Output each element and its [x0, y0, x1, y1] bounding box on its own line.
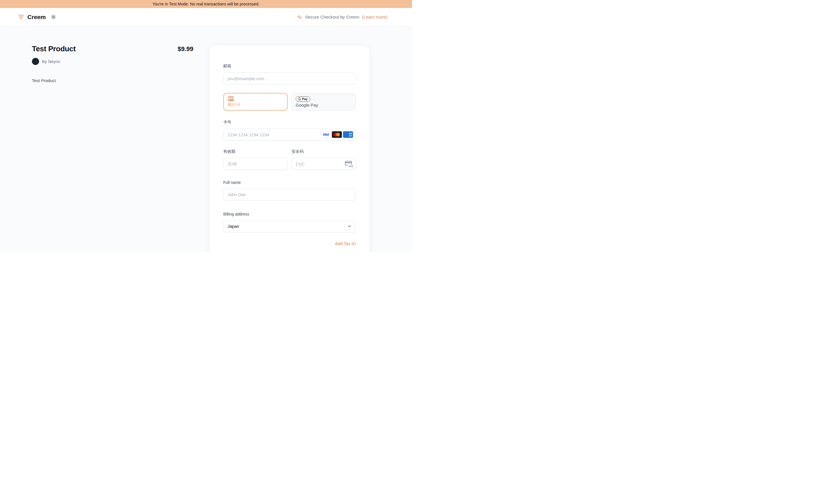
cvc-card-icon: 123 [345, 161, 353, 167]
expiry-input[interactable] [223, 158, 288, 170]
visa-icon: VISA [321, 131, 331, 138]
learn-more-link[interactable]: (Learn more) [362, 14, 388, 20]
payment-method-card-label: 银行卡 [228, 102, 241, 107]
google-g-icon [298, 97, 301, 101]
brand-name: Creem [27, 14, 45, 20]
billing-address-label: Billing address [223, 212, 356, 216]
credit-card-icon [228, 96, 234, 101]
test-mode-text: You're in Test Mode. No real transaction… [152, 2, 260, 6]
cvc-input-wrap: 123 [292, 158, 356, 170]
amex-icon: AM EX [343, 131, 353, 138]
seller-row: By Neyric [32, 58, 193, 65]
gpay-badge-text: Pay [302, 97, 308, 101]
product-head: Test Product $9.99 [32, 44, 193, 53]
seller-avatar [32, 58, 39, 65]
sun-icon [51, 14, 56, 20]
visa-icon-text: VISA [323, 133, 329, 136]
product-summary: Test Product $9.99 By Neyric Test Produc… [32, 44, 193, 83]
test-mode-banner: You're in Test Mode. No real transaction… [0, 0, 412, 8]
country-select[interactable]: Japan [223, 220, 356, 232]
payment-method-selector: 银行卡 Pay Google Pay [223, 93, 356, 111]
gpay-badge: Pay [296, 96, 310, 102]
payment-method-googlepay-label: Google Pay [296, 103, 318, 107]
cvc-label: 安全码 [292, 149, 356, 154]
product-price: $9.99 [178, 45, 193, 53]
add-tax-id-link[interactable]: Add Tax ID [335, 241, 356, 246]
header: Creem Secure Checkout by Creem (Learn mo… [0, 8, 412, 26]
billing-address-group: Billing address Japan [223, 212, 356, 232]
full-name-label: Full name [223, 180, 356, 185]
card-brand-icons: VISA AM EX [321, 131, 353, 138]
card-number-group: 卡号 VISA AM EX [223, 120, 356, 140]
cvc-field-group: 安全码 123 [292, 149, 356, 170]
payment-method-googlepay-button[interactable]: Pay Google Pay [291, 93, 356, 111]
payment-method-card-button[interactable]: 银行卡 [223, 93, 288, 111]
secure-checkout-text: Secure Checkout by Creem [305, 14, 359, 20]
creem-triangle-logo-icon [18, 14, 24, 20]
expiry-cvc-row: 有效期 安全码 123 [223, 149, 356, 170]
product-title: Test Product [32, 44, 76, 53]
full-name-input[interactable] [223, 188, 356, 200]
email-input[interactable] [223, 73, 356, 84]
secure-checkout-group: Secure Checkout by Creem (Learn more) [297, 14, 388, 20]
checkout-form-card: 邮箱 银行卡 [210, 45, 370, 252]
email-field-group: 邮箱 [223, 64, 356, 84]
amex-icon-text: EX [349, 134, 352, 137]
tax-id-row: Add Tax ID [223, 241, 356, 246]
cvc-icon-hint: 123 [348, 165, 353, 168]
product-description: Test Product [32, 78, 193, 83]
theme-toggle-button[interactable] [51, 14, 56, 20]
page-content: Test Product $9.99 By Neyric Test Produc… [0, 26, 412, 252]
card-number-label: 卡号 [223, 120, 356, 125]
full-name-group: Full name [223, 180, 356, 200]
header-brand-group: Creem [18, 14, 56, 20]
card-number-input-wrap: VISA AM EX [223, 128, 356, 140]
country-select-value: Japan [227, 224, 239, 229]
seller-name: By Neyric [42, 59, 60, 64]
activity-pulse-icon [297, 14, 303, 20]
expiry-field-group: 有效期 [223, 149, 288, 170]
mastercard-icon [332, 131, 342, 138]
expiry-label: 有效期 [223, 149, 288, 154]
email-label: 邮箱 [223, 64, 356, 69]
chevron-down-icon [347, 224, 351, 228]
